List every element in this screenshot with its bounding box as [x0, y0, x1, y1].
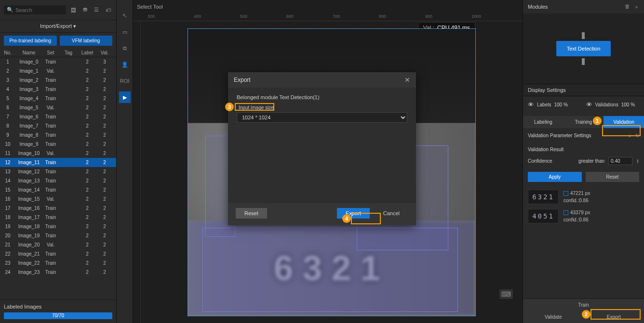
dialog-overlay: Export ✕ Belonged module Text Detection(… — [0, 0, 644, 323]
dialog-export-button[interactable]: Export — [337, 208, 370, 219]
dialog-reset-button[interactable]: Reset — [236, 208, 267, 219]
callout-num-3: 3 — [225, 103, 234, 111]
close-icon[interactable]: ✕ — [404, 76, 410, 84]
input-image-size-label: Input image size — [237, 104, 276, 111]
callout-num-1: 1 — [593, 116, 602, 125]
input-image-size-select[interactable]: 1024 * 1024 — [237, 112, 407, 123]
dialog-title: Export — [234, 77, 251, 83]
callout-num-2: 2 — [582, 310, 590, 319]
belonged-module-label: Belonged module Text Detection(1) — [237, 94, 407, 100]
callout-num-4: 4 — [342, 214, 351, 223]
dialog-cancel-button[interactable]: Cancel — [375, 208, 408, 219]
export-dialog: Export ✕ Belonged module Text Detection(… — [228, 72, 416, 225]
